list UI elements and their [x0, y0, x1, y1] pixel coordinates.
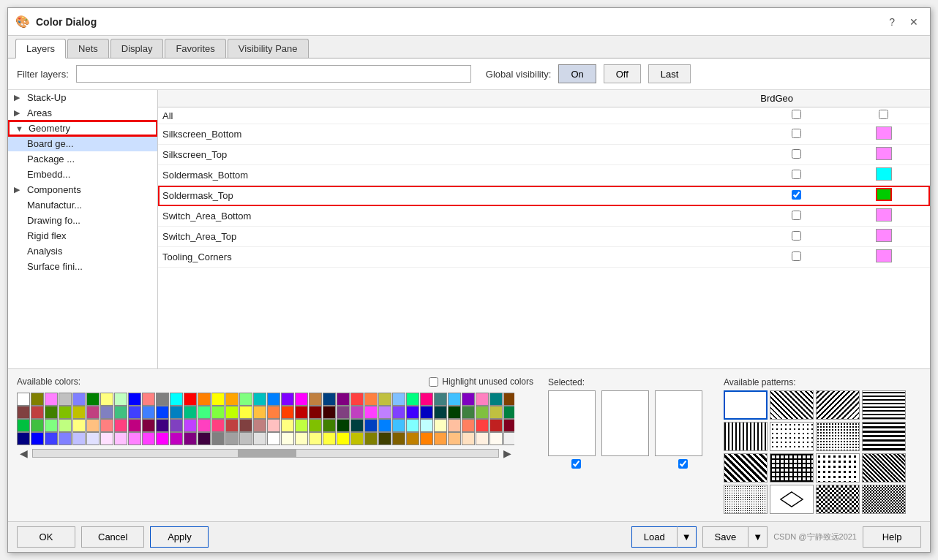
palette-cell[interactable] — [59, 432, 72, 445]
palette-cell[interactable] — [253, 432, 266, 445]
vis-on-button[interactable]: On — [558, 64, 596, 83]
palette-cell[interactable] — [31, 419, 44, 432]
palette-cell[interactable] — [476, 393, 489, 406]
tree-item-areas[interactable]: ▶ Areas — [8, 105, 157, 121]
palette-cell[interactable] — [239, 419, 252, 432]
palette-cell[interactable] — [198, 419, 211, 432]
layer-color-tooling-corners[interactable] — [838, 247, 930, 268]
palette-cell[interactable] — [323, 432, 336, 445]
palette-cell[interactable] — [392, 393, 405, 406]
layer-color-soldermask-bottom[interactable] — [838, 165, 930, 186]
palette-cell[interactable] — [17, 406, 30, 419]
palette-cell[interactable] — [323, 406, 336, 419]
palette-cell[interactable] — [128, 406, 141, 419]
palette-cell[interactable] — [72, 419, 86, 432]
palette-cell[interactable] — [378, 432, 391, 445]
palette-cell[interactable] — [72, 406, 86, 419]
tree-item-embedded[interactable]: Embedd... — [8, 167, 157, 182]
palette-cell[interactable] — [239, 406, 252, 419]
palette-cell[interactable] — [156, 393, 169, 406]
layer-cb1-all[interactable] — [756, 107, 837, 124]
palette-cell[interactable] — [59, 419, 72, 432]
palette-cell[interactable] — [420, 393, 433, 406]
load-button[interactable]: Load — [631, 526, 677, 548]
palette-cell[interactable] — [406, 406, 419, 419]
palette-cell[interactable] — [72, 432, 86, 445]
palette-cell[interactable] — [337, 393, 350, 406]
pattern-dense-cross[interactable] — [862, 485, 906, 514]
pattern-diag3[interactable] — [724, 453, 768, 483]
tree-item-drawingfo[interactable]: Drawing fo... — [8, 213, 157, 228]
ok-button[interactable]: OK — [17, 526, 75, 548]
help-title-button[interactable]: ? — [885, 15, 899, 29]
palette-cell[interactable] — [253, 393, 266, 406]
palette-cell[interactable] — [17, 432, 30, 445]
tree-item-stackup[interactable]: ▶ Stack-Up — [8, 90, 157, 105]
pattern-hatch[interactable] — [862, 453, 906, 483]
palette-cell[interactable] — [142, 432, 155, 445]
palette-cell[interactable] — [170, 419, 183, 432]
pattern-diamond[interactable] — [770, 485, 814, 514]
selected-box-1[interactable] — [548, 390, 596, 456]
palette-cell[interactable] — [448, 419, 461, 432]
palette-cell[interactable] — [489, 406, 503, 419]
palette-cell[interactable] — [156, 419, 169, 432]
palette-cell[interactable] — [364, 432, 378, 445]
color-swatch[interactable] — [876, 126, 892, 140]
palette-cell[interactable] — [225, 432, 239, 445]
tree-item-components[interactable]: ▶ Components — [8, 182, 157, 197]
tree-item-manufactur[interactable]: Manufactur... — [8, 197, 157, 213]
pattern-diag2[interactable] — [816, 390, 860, 420]
pattern-crosshatch[interactable] — [816, 485, 860, 514]
tab-display[interactable]: Display — [110, 39, 164, 58]
palette-cell[interactable] — [45, 419, 58, 432]
palette-cell[interactable] — [17, 419, 30, 432]
palette-cell[interactable] — [462, 406, 475, 419]
pattern-horiz[interactable] — [862, 390, 906, 420]
layer-color-switch-area-top[interactable] — [838, 227, 930, 247]
palette-cell[interactable] — [364, 419, 378, 432]
palette-cell[interactable] — [184, 419, 197, 432]
palette-cell[interactable] — [378, 406, 391, 419]
layer-cb1-tooling-corners[interactable] — [756, 247, 837, 268]
palette-cell[interactable] — [225, 419, 239, 432]
palette-cell[interactable] — [114, 419, 127, 432]
palette-cell[interactable] — [142, 406, 155, 419]
palette-cell[interactable] — [100, 432, 113, 445]
layer-cb1-soldermask-bottom[interactable] — [756, 165, 837, 186]
vis-off-button[interactable]: Off — [604, 64, 641, 83]
palette-cell[interactable] — [337, 432, 350, 445]
palette-cell[interactable] — [434, 406, 447, 419]
palette-cell[interactable] — [86, 432, 100, 445]
palette-cell[interactable] — [253, 419, 266, 432]
apply-button[interactable]: Apply — [150, 526, 209, 548]
palette-cell[interactable] — [295, 393, 308, 406]
tab-layers[interactable]: Layers — [15, 39, 66, 58]
tree-item-rigidflex[interactable]: Rigid flex — [8, 228, 157, 243]
palette-cell[interactable] — [350, 419, 364, 432]
layer-cb2-all[interactable] — [838, 107, 930, 124]
palette-cell[interactable] — [267, 419, 280, 432]
selected-checkbox-1[interactable] — [571, 459, 581, 469]
tree-item-boardge[interactable]: Board ge... — [8, 136, 157, 151]
palette-cell[interactable] — [184, 406, 197, 419]
layer-cb1-silkscreen-top[interactable] — [756, 145, 837, 165]
palette-cell[interactable] — [309, 419, 322, 432]
pattern-cross[interactable] — [770, 453, 814, 483]
palette-cell[interactable] — [267, 406, 280, 419]
palette-cell[interactable] — [406, 432, 419, 445]
selected-box-2[interactable] — [601, 390, 649, 456]
tab-nets[interactable]: Nets — [67, 39, 109, 58]
palette-cell[interactable] — [462, 393, 475, 406]
palette-cell[interactable] — [406, 419, 419, 432]
palette-cell[interactable] — [31, 406, 44, 419]
tab-favorites[interactable]: Favorites — [165, 39, 225, 58]
palette-cell[interactable] — [86, 393, 100, 406]
palette-cell[interactable] — [225, 393, 239, 406]
palette-cell[interactable] — [364, 406, 378, 419]
palette-cell[interactable] — [198, 393, 211, 406]
palette-cell[interactable] — [114, 406, 127, 419]
palette-cell[interactable] — [323, 393, 336, 406]
palette-cell[interactable] — [281, 406, 294, 419]
palette-cell[interactable] — [100, 419, 113, 432]
